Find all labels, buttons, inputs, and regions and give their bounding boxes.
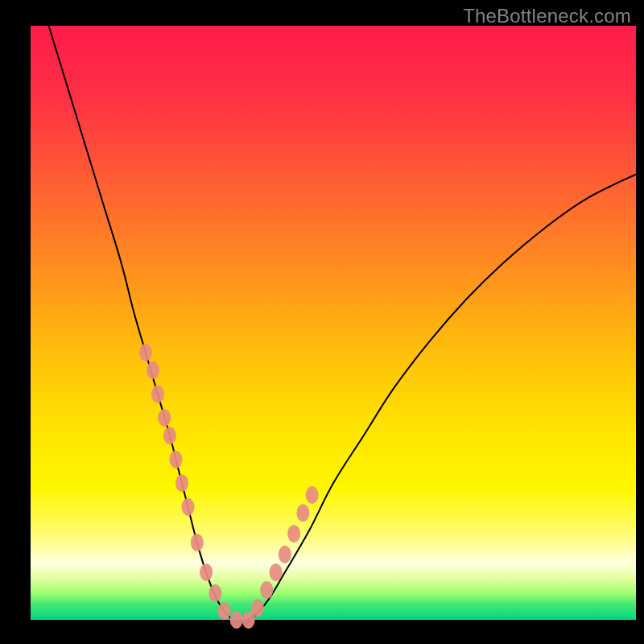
- hot-point: [306, 486, 319, 504]
- hot-point: [163, 427, 176, 444]
- plot-area-bg: [31, 26, 636, 620]
- hot-point: [147, 361, 159, 379]
- hot-point: [230, 611, 243, 629]
- chart-container: TheBottleneck.com: [0, 0, 644, 644]
- hot-point: [151, 386, 164, 403]
- hot-point: [169, 451, 182, 469]
- hot-point: [158, 409, 171, 427]
- hot-point: [208, 584, 221, 602]
- bottleneck-chart: [0, 0, 644, 644]
- hot-point: [218, 602, 231, 620]
- hot-point: [270, 564, 283, 581]
- hot-point: [200, 564, 213, 581]
- hot-point: [251, 599, 264, 617]
- hot-point: [175, 474, 188, 492]
- hot-point: [182, 498, 195, 516]
- hot-point: [260, 581, 273, 599]
- hot-point: [191, 534, 204, 551]
- hot-point: [296, 504, 309, 522]
- watermark-text: TheBottleneck.com: [463, 5, 631, 27]
- hot-point: [279, 546, 291, 564]
- hot-point: [287, 525, 300, 543]
- hot-point: [139, 344, 152, 361]
